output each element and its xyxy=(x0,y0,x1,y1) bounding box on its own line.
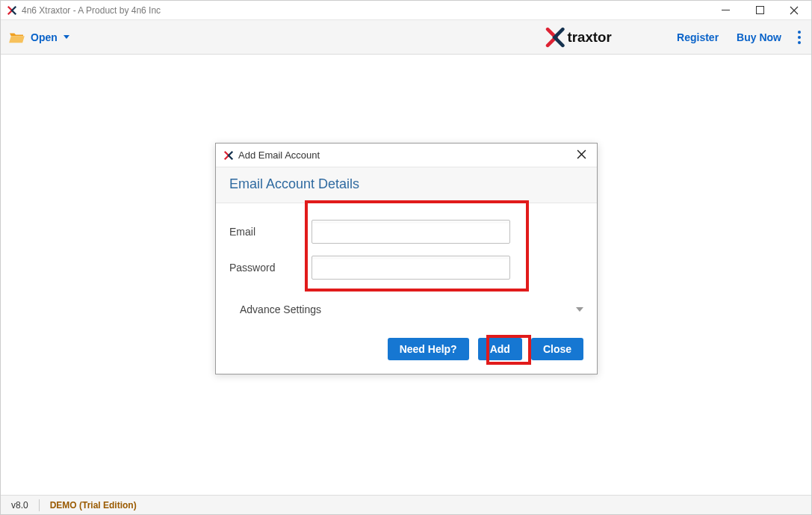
dialog-subheader: Email Account Details xyxy=(216,167,597,203)
dialog-body: Email Password xyxy=(216,203,597,293)
advance-settings-toggle[interactable]: Advance Settings xyxy=(216,293,597,326)
dialog-title: Add Email Account xyxy=(238,149,320,161)
minimize-button[interactable] xyxy=(708,1,743,19)
window-title: 4n6 Xtraxtor - A Product by 4n6 Inc xyxy=(22,5,161,16)
email-input[interactable] xyxy=(312,220,510,244)
app-logo-icon xyxy=(223,150,234,161)
caret-down-icon xyxy=(63,35,69,39)
open-button-label: Open xyxy=(31,31,58,43)
edition-label: DEMO (Trial Edition) xyxy=(50,500,137,511)
password-input[interactable] xyxy=(312,256,510,280)
need-help-button[interactable]: Need Help? xyxy=(388,338,469,360)
dialog-header: Add Email Account xyxy=(216,144,597,167)
statusbar: v8.0 DEMO (Trial Edition) xyxy=(1,495,811,514)
add-button[interactable]: Add xyxy=(478,338,522,360)
statusbar-divider xyxy=(39,499,40,511)
dialog-close-button[interactable] xyxy=(574,149,589,162)
kebab-menu-icon[interactable] xyxy=(798,31,801,44)
brand-logo: traxtor xyxy=(545,27,650,48)
window-controls xyxy=(708,1,811,19)
advance-settings-label: Advance Settings xyxy=(240,303,321,315)
add-email-account-dialog: Add Email Account Email Account Details … xyxy=(215,143,598,374)
dialog-section-title: Email Account Details xyxy=(229,176,583,192)
dialog-footer: Need Help? Add Close xyxy=(216,326,597,374)
toolbar: Open traxtor Register Buy Now xyxy=(1,20,811,55)
register-link[interactable]: Register xyxy=(677,31,719,43)
brand-text: traxtor xyxy=(568,29,612,45)
titlebar: 4n6 Xtraxtor - A Product by 4n6 Inc xyxy=(1,1,811,20)
version-label: v8.0 xyxy=(11,500,28,511)
chevron-down-icon xyxy=(576,307,583,312)
folder-open-icon xyxy=(8,31,25,44)
svg-rect-0 xyxy=(722,10,730,10)
window-close-button[interactable] xyxy=(777,1,811,19)
svg-rect-1 xyxy=(756,7,763,14)
close-button[interactable]: Close xyxy=(531,338,583,360)
maximize-button[interactable] xyxy=(743,1,777,19)
app-logo-icon xyxy=(7,5,17,16)
open-button[interactable]: Open xyxy=(8,31,69,44)
buy-now-link[interactable]: Buy Now xyxy=(737,31,781,43)
password-label: Password xyxy=(229,262,312,274)
email-label: Email xyxy=(229,226,312,238)
